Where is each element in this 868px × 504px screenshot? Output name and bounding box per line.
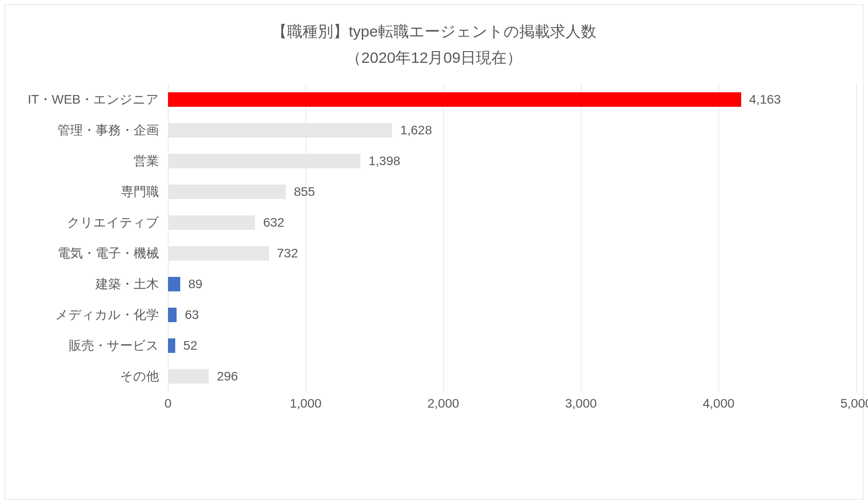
- bar-row: 専門職855: [14, 176, 856, 207]
- x-tick-label: 1,000: [290, 396, 321, 411]
- bar-row: その他296: [14, 361, 856, 392]
- bar-row: メディカル・化学63: [14, 300, 856, 330]
- category-label: その他: [14, 368, 163, 385]
- chart-title: 【職種別】type転職エージェントの掲載求人数: [5, 21, 863, 43]
- x-axis: 01,0002,0003,0004,0005,000: [168, 396, 856, 419]
- bar-row: 営業1,398: [14, 146, 856, 176]
- bar-wrap: 52: [168, 330, 197, 361]
- data-label: 52: [183, 338, 197, 353]
- bar: [168, 308, 177, 322]
- category-label: 電気・電子・機械: [14, 245, 163, 262]
- data-label: 296: [217, 369, 238, 384]
- bar-row: 販売・サービス52: [14, 330, 856, 361]
- bar-wrap: 1,398: [168, 146, 400, 176]
- bar-row: IT・WEB・エンジニア4,163: [14, 84, 856, 115]
- category-label: メディカル・化学: [14, 306, 163, 323]
- x-tick-label: 3,000: [565, 396, 597, 411]
- title-block: 【職種別】type転職エージェントの掲載求人数 （2020年12月09日現在）: [5, 5, 863, 68]
- bar-wrap: 855: [168, 176, 315, 207]
- x-tick-label: 5,000: [840, 396, 868, 411]
- data-label: 89: [188, 277, 202, 291]
- bar: [168, 246, 269, 261]
- chart-container: 【職種別】type転職エージェントの掲載求人数 （2020年12月09日現在） …: [5, 5, 863, 499]
- data-label: 855: [294, 185, 315, 199]
- data-label: 1,628: [400, 123, 432, 138]
- category-label: クリエイティブ: [14, 214, 163, 231]
- plot-area: IT・WEB・エンジニア4,163管理・事務・企画1,628営業1,398専門職…: [14, 84, 856, 428]
- gridline: [856, 84, 857, 392]
- data-label: 632: [263, 215, 284, 230]
- chart-subtitle: （2020年12月09日現在）: [5, 47, 863, 69]
- category-label: 販売・サービス: [14, 337, 163, 354]
- bar-wrap: 4,163: [168, 84, 781, 115]
- category-label: 営業: [14, 152, 163, 170]
- data-label: 4,163: [749, 92, 781, 107]
- bar-wrap: 296: [168, 361, 238, 392]
- bar: [168, 369, 209, 384]
- bar: [168, 154, 360, 168]
- category-label: 建築・土木: [14, 276, 163, 293]
- bar: [168, 215, 255, 230]
- data-label: 732: [277, 246, 298, 261]
- bars-area: IT・WEB・エンジニア4,163管理・事務・企画1,628営業1,398専門職…: [14, 84, 856, 392]
- bar: [168, 185, 286, 199]
- category-label: IT・WEB・エンジニア: [14, 91, 163, 108]
- data-label: 1,398: [369, 154, 400, 168]
- data-label: 63: [185, 308, 199, 322]
- bar-row: 建築・土木89: [14, 269, 856, 300]
- bar-row: 電気・電子・機械732: [14, 238, 856, 269]
- bar-row: 管理・事務・企画1,628: [14, 115, 856, 146]
- bar-wrap: 732: [168, 238, 298, 269]
- bar: [168, 338, 175, 353]
- bar-wrap: 89: [168, 269, 202, 300]
- bar-wrap: 632: [168, 207, 284, 238]
- bar: [168, 277, 180, 291]
- bar: [168, 92, 741, 107]
- category-label: 管理・事務・企画: [14, 122, 163, 139]
- bar-row: クリエイティブ632: [14, 207, 856, 238]
- x-tick-label: 0: [164, 396, 172, 411]
- x-tick-label: 2,000: [427, 396, 459, 411]
- category-label: 専門職: [14, 183, 163, 200]
- bar-wrap: 63: [168, 300, 199, 330]
- bar: [168, 123, 392, 138]
- bar-wrap: 1,628: [168, 115, 432, 146]
- x-tick-label: 4,000: [703, 396, 734, 411]
